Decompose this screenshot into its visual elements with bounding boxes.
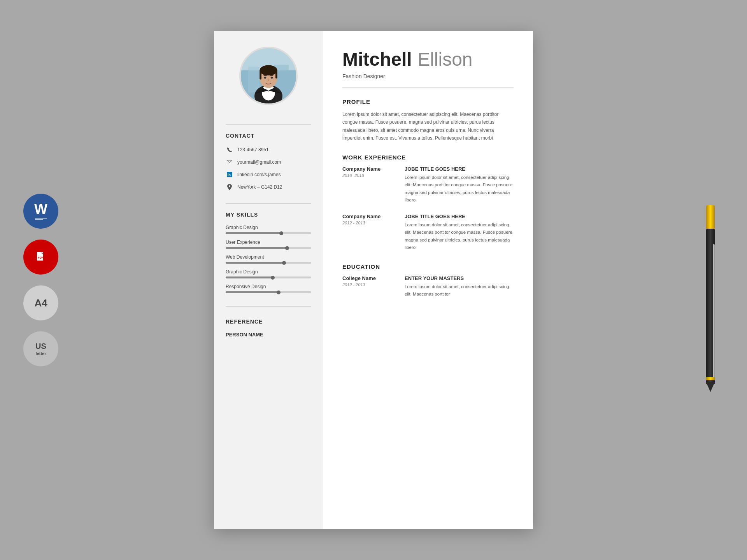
svg-point-14 [260,65,277,76]
reference-title: REFERENCE [226,318,311,325]
linkedin-icon: in [226,171,233,178]
skill-2-thumb [285,246,289,250]
svg-rect-8 [248,66,259,92]
phone-number: 123-4567 8951 [237,147,269,152]
education-section-title: EDUCATION [342,263,514,270]
skill-2: User Experience [226,240,311,249]
work-entry-2-company: Company Name [342,214,397,219]
side-icons: W PDF A4 US letter [23,194,58,366]
a4-icon[interactable]: A4 [23,285,58,320]
skills-title: MY SKILLS [226,212,311,218]
work-entry-2-left: Company Name 2012 - 2013 [342,214,397,252]
pdf-icon[interactable]: PDF [23,240,58,275]
skill-3-thumb [282,261,286,265]
skill-3-bar [226,262,311,264]
reference-person-name: PERSON NAME [226,332,311,338]
work-entry-1: Company Name 2016- 2018 JOBE TITLE GOES … [342,166,514,204]
work-entry-1-dates: 2016- 2018 [342,173,397,178]
skill-5: Responsive Design [226,284,311,293]
pen-gold-band-bottom [706,377,715,380]
edu-entry-1-description: Lorem ipsum dolor sit amet, consectetuer… [405,283,514,298]
word-letter: W [34,202,47,216]
work-entry-2-dates: 2012 - 2013 [342,220,397,225]
edu-entry-1-right: ENTER YOUR MASTERS Lorem ipsum dolor sit… [405,275,514,298]
skill-5-bar [226,291,311,293]
svg-text:in: in [228,173,231,177]
a4-label: A4 [34,297,47,309]
svg-text:PDF: PDF [38,256,44,259]
profile-photo [239,47,298,105]
resume-paper: CONTACT 123-4567 8951 yourmail@gmail.com… [214,31,533,529]
work-entry-1-description: Lorem ipsum dolor sit amet, consectetuer… [405,174,514,204]
work-entry-2-title: JOBE TITLE GOES HERE [405,214,514,219]
job-title: Fashion Designer [342,73,514,79]
location-icon [226,183,233,191]
profile-photo-container [226,47,311,105]
pen-container [705,205,716,392]
contact-location: NewYork – G142 D12 [226,183,311,191]
main-divider [342,87,514,88]
svg-rect-4 [37,252,42,254]
pen-tip [706,382,715,392]
edu-entry-1-dates: 2012 - 2013 [342,282,397,287]
work-entry-1-right: JOBE TITLE GOES HERE Lorem ipsum dolor s… [405,166,514,204]
education-section: EDUCATION College Name 2012 - 2013 ENTER… [342,263,514,298]
svg-rect-16 [275,70,277,79]
first-name: Mitchell [342,49,412,70]
svg-rect-15 [260,70,261,80]
skill-2-fill [226,247,287,249]
skill-4-name: Graphic Design [226,269,311,275]
work-entry-1-company: Company Name [342,166,397,172]
skill-4-fill [226,276,273,278]
skill-4-thumb [271,276,275,280]
work-entry-1-title: JOBE TITLE GOES HERE [405,166,514,172]
skill-4-bar [226,276,311,278]
edu-entry-1: College Name 2012 - 2013 ENTER YOUR MAST… [342,275,514,298]
svg-point-17 [264,77,267,79]
skill-3-name: Web Development [226,254,311,260]
svg-point-18 [271,77,273,79]
sidebar-divider-2 [226,203,311,204]
phone-icon [226,146,233,154]
contact-linkedin: in linkedin.com/s.james [226,171,311,178]
pen-body [706,229,715,384]
work-experience-section: WORK EXPERIENCE Company Name 2016- 2018 … [342,154,514,252]
skill-5-fill [226,291,279,293]
reference-section: REFERENCE PERSON NAME [226,318,311,338]
sidebar-divider-3 [226,306,311,307]
edu-entry-1-degree: ENTER YOUR MASTERS [405,275,514,281]
work-entry-2-right: JOBE TITLE GOES HERE Lorem ipsum dolor s… [405,214,514,252]
skill-1-thumb [279,231,283,235]
svg-rect-0 [35,218,47,219]
skill-2-bar [226,247,311,249]
skill-1-fill [226,232,281,234]
contact-phone: 123-4567 8951 [226,146,311,154]
skill-1: Graphic Design [226,225,311,234]
skill-3-fill [226,262,284,264]
skill-2-name: User Experience [226,240,311,245]
sidebar: CONTACT 123-4567 8951 yourmail@gmail.com… [214,31,323,529]
contact-title: CONTACT [226,133,311,139]
us-sublabel: letter [36,351,46,356]
us-label: US [35,342,46,351]
edu-entry-1-college: College Name [342,275,397,281]
svg-point-22 [229,186,230,187]
work-entry-1-left: Company Name 2016- 2018 [342,166,397,204]
email-link[interactable]: yourmail@gmail.com [237,159,281,165]
last-name: Ellison [417,49,472,70]
work-section-title: WORK EXPERIENCE [342,154,514,161]
email-icon [226,158,233,166]
edu-entry-1-left: College Name 2012 - 2013 [342,275,397,298]
linkedin-url: linkedin.com/s.james [237,172,281,177]
sidebar-divider-1 [226,124,311,125]
skills-section: MY SKILLS Graphic Design User Experience… [226,212,311,299]
work-entry-2: Company Name 2012 - 2013 JOBE TITLE GOES… [342,214,514,252]
main-content: Mitchell Ellison Fashion Designer PROFIL… [323,31,533,529]
skill-5-name: Responsive Design [226,284,311,289]
skill-4: Graphic Design [226,269,311,278]
profile-text: Lorem ipsum dolor sit amet, consectetuer… [342,110,514,142]
word-icon[interactable]: W [23,194,58,229]
skill-1-name: Graphic Design [226,225,311,230]
us-icon[interactable]: US letter [23,331,58,366]
contact-section: CONTACT 123-4567 8951 yourmail@gmail.com… [226,133,311,196]
